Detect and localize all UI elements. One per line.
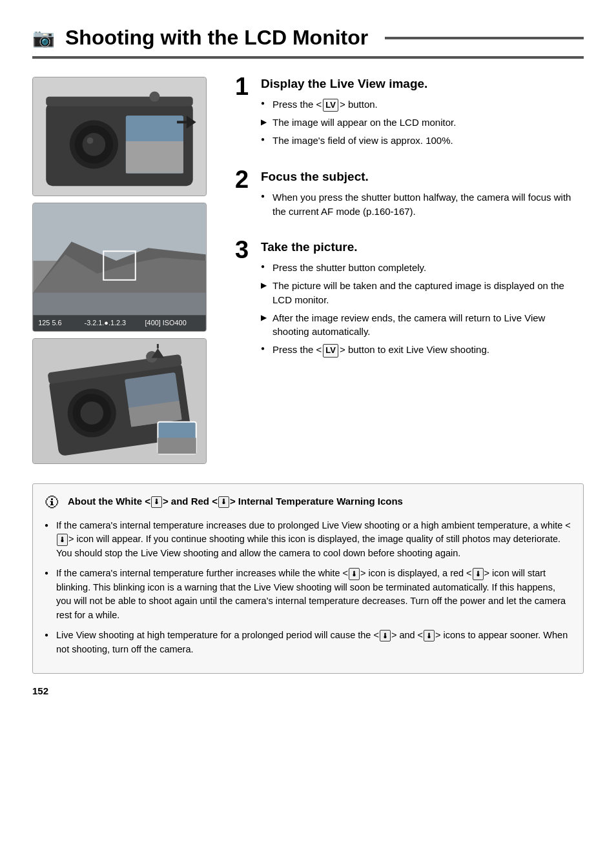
- page-title-bar: 📷 Shooting with the LCD Monitor: [32, 26, 584, 59]
- step3-bullet3: ▶ After the image review ends, the camer…: [261, 311, 584, 339]
- step1-title: Display the Live View image.: [261, 77, 584, 91]
- svg-rect-9: [46, 97, 193, 106]
- bullet-dot: ●: [261, 192, 272, 201]
- step1-bullet1-text: Press the <LV> button.: [272, 97, 584, 112]
- step3-bullet1: ● Press the shutter button completely.: [261, 261, 584, 275]
- step3-content: Take the picture. ● Press the shutter bu…: [261, 240, 584, 361]
- step3-bullet2: ▶ The picture will be taken and the capt…: [261, 279, 584, 307]
- svg-text:-3.2.1.●.1.2.3: -3.2.1.●.1.2.3: [85, 319, 127, 327]
- step1-content: Display the Live View image. ● Press the…: [261, 77, 584, 152]
- svg-point-4: [83, 133, 106, 156]
- step1-number: 1: [235, 74, 258, 99]
- step3-body: ● Press the shutter button completely. ▶…: [261, 261, 584, 357]
- step3-bullet4: ● Press the <LV> button to exit Live Vie…: [261, 343, 584, 357]
- bullet-dot: ●: [261, 262, 272, 272]
- arrow-icon: ▶: [261, 312, 272, 323]
- warning-header: 🛈 About the White <🌡> and Red <🌡> Intern…: [45, 494, 571, 511]
- step2-bullet1-text: When you press the shutter button halfwa…: [272, 190, 584, 219]
- arrow-icon: ▶: [261, 117, 272, 128]
- warning-icon: 🛈: [45, 494, 61, 511]
- warning-items: ● If the camera's internal temperature i…: [45, 519, 571, 656]
- step1-image: [32, 77, 207, 196]
- step3-title: Take the picture.: [261, 240, 584, 254]
- images-column: 125 5.6 -3.2.1.●.1.2.3 [400] ISO400: [32, 77, 220, 464]
- bullet-dot: ●: [261, 135, 272, 145]
- step3-bullet4-text: Press the <LV> button to exit Live View …: [272, 343, 584, 357]
- svg-text:[400] ISO400: [400] ISO400: [145, 319, 187, 327]
- step1-bullet3-text: The image's field of view is approx. 100…: [272, 134, 584, 148]
- step1: 1 Display the Live View image. ● Press t…: [235, 77, 584, 152]
- svg-point-10: [149, 92, 159, 102]
- step2-number: 2: [235, 167, 258, 192]
- step3-bullet3-text: After the image review ends, the camera …: [272, 311, 584, 339]
- bullet-dot: ●: [261, 99, 272, 108]
- warning-item1-text: If the camera's internal temperature inc…: [56, 519, 571, 560]
- page-number: 152: [32, 685, 584, 696]
- warning-dot: ●: [45, 631, 56, 640]
- arrow-icon: ▶: [261, 280, 272, 291]
- steps-column: 1 Display the Live View image. ● Press t…: [220, 77, 584, 464]
- step2: 2 Focus the subject. ● When you press th…: [235, 170, 584, 223]
- warning-dot: ●: [45, 569, 56, 578]
- camera-icon: 📷: [32, 27, 55, 48]
- title-rule: [385, 37, 584, 39]
- warning-item2: ● If the camera's internal temperature f…: [45, 567, 571, 622]
- svg-rect-8: [126, 141, 183, 173]
- step1-bullet2: ▶ The image will appear on the LCD monit…: [261, 116, 584, 130]
- step1-body: ● Press the <LV> button. ▶ The image wil…: [261, 97, 584, 148]
- svg-text:125  5.6: 125 5.6: [38, 319, 61, 327]
- main-content: 125 5.6 -3.2.1.●.1.2.3 [400] ISO400: [32, 77, 584, 464]
- warning-box: 🛈 About the White <🌡> and Red <🌡> Intern…: [32, 483, 584, 674]
- warning-item2-text: If the camera's internal temperature fur…: [56, 567, 571, 622]
- page-title: Shooting with the LCD Monitor: [65, 26, 368, 50]
- step2-image: 125 5.6 -3.2.1.●.1.2.3 [400] ISO400: [32, 203, 207, 332]
- warning-item3: ● Live View shooting at high temperature…: [45, 629, 571, 656]
- svg-rect-35: [158, 438, 196, 454]
- step3: 3 Take the picture. ● Press the shutter …: [235, 240, 584, 361]
- step1-bullet2-text: The image will appear on the LCD monitor…: [272, 116, 584, 130]
- step3-bullet1-text: Press the shutter button completely.: [272, 261, 584, 275]
- step2-title: Focus the subject.: [261, 170, 584, 184]
- step2-content: Focus the subject. ● When you press the …: [261, 170, 584, 223]
- step3-number: 3: [235, 237, 258, 262]
- step3-bullet2-text: The picture will be taken and the captur…: [272, 279, 584, 307]
- warning-item3-text: Live View shooting at high temperature f…: [56, 629, 571, 656]
- step2-bullet1: ● When you press the shutter button half…: [261, 190, 584, 219]
- step3-image: [32, 338, 207, 464]
- warning-item1: ● If the camera's internal temperature i…: [45, 519, 571, 560]
- step1-bullet1: ● Press the <LV> button.: [261, 97, 584, 112]
- svg-point-5: [87, 137, 94, 144]
- step1-bullet3: ● The image's field of view is approx. 1…: [261, 134, 584, 148]
- warning-dot: ●: [45, 521, 56, 530]
- step2-body: ● When you press the shutter button half…: [261, 190, 584, 219]
- warning-title: About the White <🌡> and Red <🌡> Internal…: [68, 494, 403, 508]
- bullet-dot: ●: [261, 344, 272, 354]
